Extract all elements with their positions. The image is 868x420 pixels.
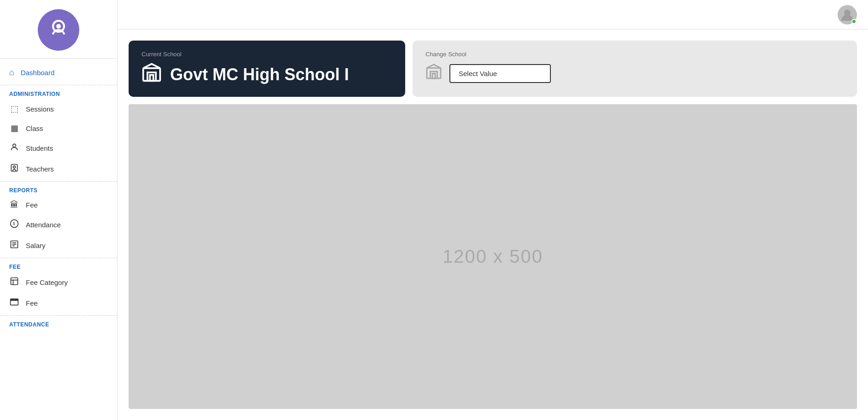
fee-report-label: Fee — [26, 201, 38, 209]
sidebar-nav: ⌂ Dashboard ADMINISTRATION ⬚ Sessions ▦ … — [0, 59, 117, 333]
top-bar — [118, 0, 868, 30]
user-avatar-wrapper[interactable] — [838, 5, 857, 24]
school-icon-svg — [142, 62, 162, 83]
fee-label: Fee — [26, 299, 38, 307]
svg-rect-18 — [150, 75, 153, 81]
students-label: Students — [26, 144, 53, 152]
sidebar-item-fee-category[interactable]: Fee Category — [0, 272, 117, 293]
change-school-icon-svg — [425, 63, 442, 80]
main-content: Current School Govt MC High School I Cha… — [118, 0, 868, 420]
svg-rect-20 — [432, 74, 435, 79]
change-school-icon — [425, 63, 442, 83]
school-building-icon — [142, 62, 162, 87]
school-name-row: Govt MC High School I — [142, 62, 392, 87]
sessions-icon: ⬚ — [9, 104, 19, 114]
sidebar-item-students[interactable]: Students — [0, 138, 117, 159]
fee-report-icon: 🏛 — [9, 200, 19, 210]
logo-area — [0, 0, 117, 59]
class-label: Class — [26, 124, 43, 132]
section-fee: FEE — [0, 258, 117, 272]
dashboard-label: Dashboard — [21, 69, 54, 77]
cards-area: Current School Govt MC High School I Cha… — [118, 30, 868, 104]
sidebar-item-class[interactable]: ▦ Class — [0, 118, 117, 138]
school-select[interactable]: Select Value — [449, 64, 551, 83]
online-status-dot — [851, 19, 856, 24]
current-school-card: Current School Govt MC High School I — [129, 41, 405, 97]
salary-report-icon — [9, 240, 19, 251]
placeholder-text: 1200 x 500 — [443, 246, 543, 267]
sidebar-item-dashboard[interactable]: ⌂ Dashboard — [0, 62, 117, 83]
fee-category-icon — [9, 277, 19, 288]
students-icon — [9, 142, 19, 154]
class-icon: ▦ — [9, 123, 19, 133]
section-reports: REPORTS — [0, 181, 117, 195]
svg-point-1 — [56, 24, 61, 29]
svg-point-2 — [13, 144, 16, 147]
sessions-label: Sessions — [26, 105, 54, 113]
sidebar-item-fee[interactable]: Fee — [0, 293, 117, 314]
logo-icon — [46, 17, 71, 43]
change-school-card: Change School Select Value — [413, 41, 857, 97]
change-school-label: Change School — [425, 51, 844, 58]
section-attendance: ATTENDANCE — [0, 315, 117, 330]
banner-placeholder: 1200 x 500 — [129, 104, 857, 409]
attendance-report-icon: $ — [9, 219, 19, 231]
fee-category-label: Fee Category — [26, 278, 68, 286]
home-icon: ⌂ — [9, 68, 14, 77]
section-administration: ADMINISTRATION — [0, 85, 117, 99]
sidebar-item-attendance-report[interactable]: $ Attendance — [0, 214, 117, 235]
svg-point-4 — [13, 166, 16, 168]
sidebar-item-salary-report[interactable]: Salary — [0, 235, 117, 256]
sidebar-item-sessions[interactable]: ⬚ Sessions — [0, 99, 117, 118]
app-logo — [38, 9, 79, 51]
svg-text:$: $ — [13, 221, 15, 226]
sidebar-item-teachers[interactable]: Teachers — [0, 159, 117, 179]
svg-rect-11 — [11, 278, 18, 285]
svg-rect-15 — [11, 299, 18, 300]
school-name: Govt MC High School I — [170, 65, 349, 84]
sidebar-item-fee-report[interactable]: 🏛 Fee — [0, 195, 117, 214]
teachers-icon — [9, 163, 19, 175]
current-school-label: Current School — [142, 51, 392, 58]
fee-icon — [9, 297, 19, 309]
attendance-report-label: Attendance — [26, 221, 61, 229]
teachers-label: Teachers — [26, 165, 54, 173]
sidebar: ⌂ Dashboard ADMINISTRATION ⬚ Sessions ▦ … — [0, 0, 118, 420]
salary-report-label: Salary — [26, 242, 46, 249]
select-row: Select Value — [425, 63, 844, 83]
